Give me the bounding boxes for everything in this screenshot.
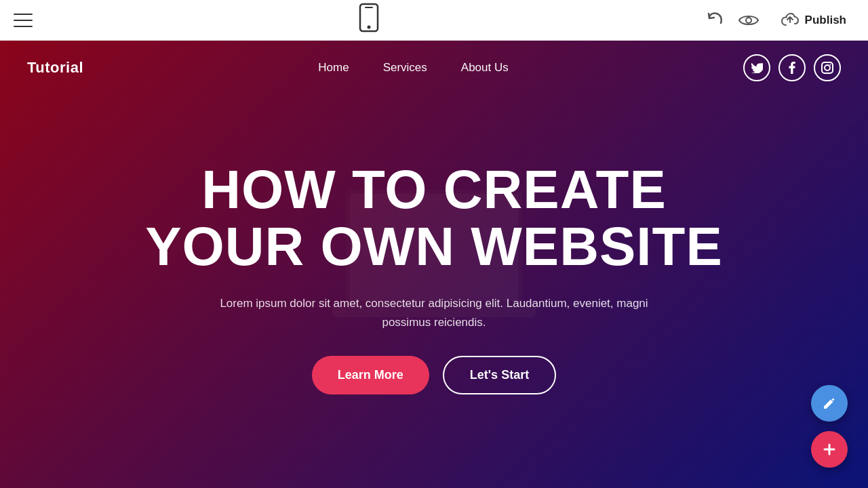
hero-section: Tutorial Home Services About Us <box>0 41 868 488</box>
toolbar-left <box>14 14 33 27</box>
hamburger-menu-icon[interactable] <box>14 14 33 27</box>
svg-point-3 <box>746 18 751 23</box>
site-navbar: Tutorial Home Services About Us <box>0 41 868 95</box>
publish-label: Publish <box>805 14 846 27</box>
toolbar-center <box>359 3 379 37</box>
hero-subtitle: Lorem ipsum dolor sit amet, consectetur … <box>197 294 671 331</box>
social-icons <box>743 54 841 81</box>
learn-more-button[interactable]: Learn More <box>312 356 429 394</box>
facebook-icon[interactable] <box>778 54 806 81</box>
svg-point-1 <box>368 26 371 29</box>
toolbar-right: Publish <box>706 9 854 32</box>
svg-point-6 <box>829 64 831 66</box>
nav-link-about[interactable]: About Us <box>461 61 509 75</box>
twitter-icon[interactable] <box>743 54 770 81</box>
hero-title: HOW TO CREATE YOUR OWN WEBSITE <box>145 161 723 275</box>
preview-icon[interactable] <box>738 14 759 27</box>
svg-rect-4 <box>822 62 833 73</box>
nav-link-services[interactable]: Services <box>383 61 427 75</box>
hero-content: HOW TO CREATE YOUR OWN WEBSITE Lorem ips… <box>77 161 791 394</box>
cloud-upload-icon <box>781 13 800 28</box>
add-fab-button[interactable] <box>811 431 848 468</box>
svg-point-5 <box>825 65 830 70</box>
site-logo: Tutorial <box>27 59 83 77</box>
fab-container <box>811 385 848 468</box>
nav-link-home[interactable]: Home <box>318 61 349 75</box>
website-preview: Tutorial Home Services About Us <box>0 41 868 488</box>
undo-icon[interactable] <box>706 11 725 30</box>
nav-links: Home Services About Us <box>318 61 508 75</box>
publish-button[interactable]: Publish <box>772 9 854 32</box>
lets-start-button[interactable]: Let's Start <box>443 356 556 394</box>
hero-buttons: Learn More Let's Start <box>145 356 723 394</box>
mobile-preview-icon[interactable] <box>359 3 379 37</box>
toolbar: Publish <box>0 0 868 41</box>
edit-fab-button[interactable] <box>811 385 848 422</box>
instagram-icon[interactable] <box>814 54 841 81</box>
